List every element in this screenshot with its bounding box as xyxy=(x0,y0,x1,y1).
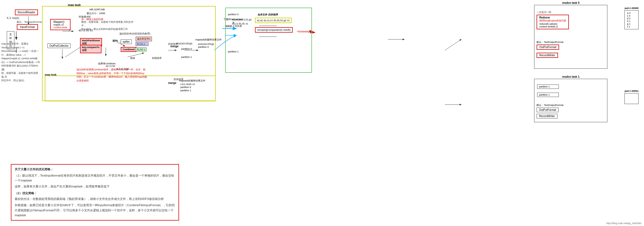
rt1-record-writer-box: RecordWriter xyxy=(537,114,557,118)
rt1-output-format-box: OutPutFormat xyxy=(537,108,559,112)
map-task-notes: map task变文件，是通过 TextInputFormat (-->) Re… xyxy=(1,42,41,83)
part-r-00000-data: a 3c 3d 2h 1g 1x 1 xyxy=(624,10,639,29)
rt1-partition1a: partition 1 xyxy=(537,84,559,89)
output-format-box: OutPutFormat xyxy=(537,45,559,50)
default-size-label: 默认大小：100M xyxy=(87,12,105,15)
record-writer-section: RecordWriter write(k,v) xyxy=(537,53,547,56)
merge-sort-reduce-label: 合并文件 归并排序 xyxy=(258,13,278,17)
reduce-region-container xyxy=(225,8,312,73)
maptask2-data-p0: c1c1 d1d1 x1 xyxy=(180,82,195,86)
svg-line-18 xyxy=(445,39,461,50)
default-output-label: 默认：TextOutputFormat xyxy=(537,40,563,44)
mr-sort-mb-label: MR.SORT.MB xyxy=(90,8,105,11)
mapper-box: Mapper() map(K,V) context.write xyxy=(50,19,71,30)
combiner-note: 溢出的时候调用combiner组件，逻辑和reduce的一样，合并，相 同的ke… xyxy=(76,68,166,83)
reduce-partition0-label: partition 0 xyxy=(228,13,239,16)
reduce-task1-container: reudce task 1 partition 1 partition 1 默认… xyxy=(534,79,607,122)
rt1-partition1b: partition 1 xyxy=(537,93,559,97)
final-partition0-label: partition 0 xyxy=(198,46,209,48)
reducer-section: 一次迭代一组 Reducer 相同key值value的迭代器 reduce(k,… xyxy=(537,11,583,15)
maptask-final-label: maptask的最终结果文件 xyxy=(195,38,222,42)
merge-final-data: a1a1a1c1b1g1 xyxy=(176,42,193,45)
reduce-data-2: c1,c1 d1,d1 x1 xyxy=(232,22,248,25)
part-r-00000-section: part-r-00000 a 3c 3d 2h 1g 1x 1 xyxy=(624,7,639,29)
spill-data-1: 溢出到文件1 xyxy=(136,37,152,41)
spill-note: 溢出到文件(分区目区内有序) xyxy=(119,32,150,36)
part-r-00001-section: part-r-00001 xyxy=(624,90,639,104)
part-r-00001-data xyxy=(624,93,639,104)
rt1-record-writer: RecordWriter write(k,v) xyxy=(537,114,547,117)
record-reader-box: RecordReader xyxy=(15,10,38,15)
reduce-partition1a-label: partition 1 xyxy=(228,50,239,53)
bottom-note-point1-title: （1）默认情况下，TextInputformat任务的切片机制是按文件规划切片，… xyxy=(15,173,175,183)
partition0-label: partition 0 xyxy=(181,48,192,50)
merged-data-box: a1,a1 a1,c1,c1 d1,d1,h1,g1 x1 xyxy=(255,18,292,23)
bottom-note-box: 关于大量小文件的优化简略： （1）默认情况下，TextInputformat任务… xyxy=(11,164,179,221)
rt1-output-format: 默认：TextOutputFormat OutPutFormat xyxy=(537,103,563,107)
input-format-section: 默认：TextInputFormat InputFormat xyxy=(17,20,42,24)
footer-url: http://blog.csdn.net/qq_1663340 xyxy=(606,222,641,225)
maptask2-partition0: partition 0 xyxy=(180,86,191,89)
bottom-note-extra: 补救措施：如果已经是大量小文件在hdfs中了，可以使用另一种Inputforma… xyxy=(15,203,175,218)
part-r-00000-label: part-r-00000 xyxy=(624,7,639,10)
percent-label: 80% xyxy=(113,39,118,42)
maptask2-final-label: maptask的最终结果文件 xyxy=(179,79,205,83)
reduce-task1-title: reudce task 1 xyxy=(562,75,579,78)
reduce-task0-container: reudce task 0 一次迭代一组 Reducer 相同key值value… xyxy=(534,5,607,69)
reducer-box: Reducer 相同key值value的迭代器 reduce(k,values)… xyxy=(537,15,569,29)
bottom-note-point2-title: （2）优化简略： xyxy=(15,191,175,196)
one-by-one-label: 一次迭代一组 xyxy=(537,11,583,14)
spill-data-3: b1,b2 x xyxy=(136,48,146,51)
a3-data-label: a,3 c1 h1g1 xyxy=(117,67,129,70)
bottom-note-title: 关于大量小文件的优化简略： xyxy=(15,167,175,172)
default-input-format-label: 默认：TextInputFormat xyxy=(17,20,42,24)
merge-box: merge xyxy=(170,45,178,48)
external-sort-label: 外部排序 xyxy=(152,56,162,60)
merge-2-box: merge xyxy=(168,81,176,84)
record-writer-box: RecordWriter xyxy=(537,53,558,58)
reduce-data-1: a1,a1,a1,c1,h1,g1 xyxy=(232,18,252,21)
input-format-box: InputFormat xyxy=(17,24,38,30)
output-format-section: 默认：TextOutputFormat OutPutFormat xyxy=(537,40,563,44)
a2-data-label: a2 c1 b2 xyxy=(106,65,115,67)
partition1-label: partition 1 xyxy=(181,56,192,58)
final-data-p0: a1a1a1c1h1g1 xyxy=(198,42,214,45)
maptask2-partition1: partition 1 xyxy=(180,89,191,92)
bottom-note-point2-detail: 最好的办法：在数据处理系统的最前端（预处理/采集），就将小文件先合并成大文件，再… xyxy=(15,196,175,202)
main-canvas: RecordReader K,V read() map task 默认：Text… xyxy=(0,0,644,226)
spill-data-2: b1,b1,x... xyxy=(136,42,148,46)
reduce-task0-title: reudce task 0 xyxy=(562,1,579,4)
kv-read-label: K,V read() xyxy=(7,16,19,20)
note-data-line: 数组，前面写着，后面有个组件清理着,写到文件中，防止溢出，默认从到80%就开始做… xyxy=(81,20,136,31)
bottom-note-point1-detail: 这样，如果有大量小文件，就会产生大量的maptask，处理效率极其低下 xyxy=(15,184,175,189)
fast-sort-label: 快排 xyxy=(130,56,135,60)
part-r-00001-label: part-r-00001 xyxy=(624,90,639,92)
